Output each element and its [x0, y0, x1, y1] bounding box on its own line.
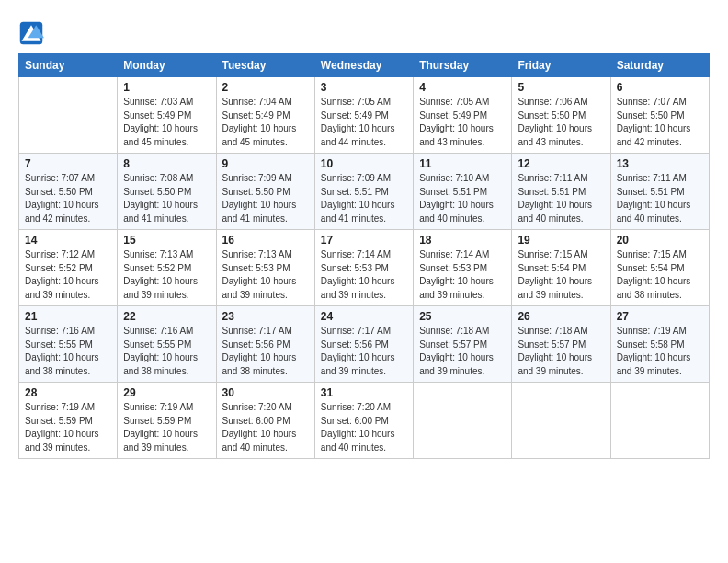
column-header-monday: Monday — [118, 54, 216, 77]
day-number: 3 — [321, 81, 407, 94]
day-number: 4 — [419, 81, 506, 94]
day-cell: 9Sunrise: 7:09 AM Sunset: 5:50 PM Daylig… — [216, 154, 314, 230]
day-number: 20 — [617, 234, 703, 247]
day-cell — [512, 383, 610, 459]
day-cell: 7Sunrise: 7:07 AM Sunset: 5:50 PM Daylig… — [19, 154, 118, 230]
day-number: 2 — [222, 81, 309, 94]
week-row-5: 28Sunrise: 7:19 AM Sunset: 5:59 PM Dayli… — [19, 383, 710, 459]
day-cell: 3Sunrise: 7:05 AM Sunset: 5:49 PM Daylig… — [314, 77, 413, 154]
day-cell: 15Sunrise: 7:13 AM Sunset: 5:52 PM Dayli… — [118, 230, 216, 306]
day-info: Sunrise: 7:17 AM Sunset: 5:56 PM Dayligh… — [321, 325, 407, 378]
day-number: 15 — [123, 234, 210, 247]
day-number: 14 — [25, 234, 111, 247]
day-cell: 21Sunrise: 7:16 AM Sunset: 5:55 PM Dayli… — [19, 306, 118, 383]
day-info: Sunrise: 7:17 AM Sunset: 5:56 PM Dayligh… — [222, 325, 309, 378]
day-cell: 8Sunrise: 7:08 AM Sunset: 5:50 PM Daylig… — [118, 154, 216, 230]
day-cell: 23Sunrise: 7:17 AM Sunset: 5:56 PM Dayli… — [216, 306, 314, 383]
day-cell — [19, 77, 118, 154]
day-info: Sunrise: 7:15 AM Sunset: 5:54 PM Dayligh… — [617, 248, 703, 302]
day-number: 16 — [222, 234, 309, 247]
day-number: 29 — [123, 386, 210, 399]
day-info: Sunrise: 7:05 AM Sunset: 5:49 PM Dayligh… — [321, 96, 407, 149]
day-cell: 24Sunrise: 7:17 AM Sunset: 5:56 PM Dayli… — [314, 306, 413, 383]
day-cell: 16Sunrise: 7:13 AM Sunset: 5:53 PM Dayli… — [216, 230, 314, 306]
day-cell — [414, 383, 512, 459]
week-row-2: 7Sunrise: 7:07 AM Sunset: 5:50 PM Daylig… — [19, 154, 710, 230]
day-number: 19 — [518, 234, 604, 247]
day-info: Sunrise: 7:19 AM Sunset: 5:58 PM Dayligh… — [617, 325, 703, 378]
day-cell: 17Sunrise: 7:14 AM Sunset: 5:53 PM Dayli… — [314, 230, 413, 306]
day-info: Sunrise: 7:15 AM Sunset: 5:54 PM Dayligh… — [518, 248, 604, 302]
day-number: 31 — [321, 386, 407, 399]
day-info: Sunrise: 7:13 AM Sunset: 5:53 PM Dayligh… — [222, 248, 309, 302]
day-number: 17 — [321, 234, 407, 247]
day-number: 25 — [419, 310, 506, 323]
day-number: 12 — [518, 157, 604, 170]
day-number: 9 — [222, 157, 309, 170]
day-cell: 30Sunrise: 7:20 AM Sunset: 6:00 PM Dayli… — [216, 383, 314, 459]
day-number: 11 — [419, 157, 506, 170]
day-info: Sunrise: 7:16 AM Sunset: 5:55 PM Dayligh… — [123, 325, 210, 378]
column-header-thursday: Thursday — [414, 54, 512, 77]
day-info: Sunrise: 7:14 AM Sunset: 5:53 PM Dayligh… — [419, 248, 506, 302]
day-info: Sunrise: 7:09 AM Sunset: 5:50 PM Dayligh… — [222, 172, 309, 225]
day-cell: 25Sunrise: 7:18 AM Sunset: 5:57 PM Dayli… — [414, 306, 512, 383]
day-cell: 28Sunrise: 7:19 AM Sunset: 5:59 PM Dayli… — [19, 383, 118, 459]
day-info: Sunrise: 7:10 AM Sunset: 5:51 PM Dayligh… — [419, 172, 506, 225]
day-cell: 12Sunrise: 7:11 AM Sunset: 5:51 PM Dayli… — [512, 154, 610, 230]
day-info: Sunrise: 7:18 AM Sunset: 5:57 PM Dayligh… — [419, 325, 506, 378]
day-number: 27 — [617, 310, 703, 323]
day-info: Sunrise: 7:19 AM Sunset: 5:59 PM Dayligh… — [123, 401, 210, 454]
day-info: Sunrise: 7:16 AM Sunset: 5:55 PM Dayligh… — [25, 325, 111, 378]
day-cell: 26Sunrise: 7:18 AM Sunset: 5:57 PM Dayli… — [512, 306, 610, 383]
header-row — [18, 17, 710, 46]
day-cell: 19Sunrise: 7:15 AM Sunset: 5:54 PM Dayli… — [512, 230, 610, 306]
day-number: 13 — [617, 157, 703, 170]
day-cell: 1Sunrise: 7:03 AM Sunset: 5:49 PM Daylig… — [118, 77, 216, 154]
day-info: Sunrise: 7:03 AM Sunset: 5:49 PM Dayligh… — [123, 96, 210, 149]
day-info: Sunrise: 7:19 AM Sunset: 5:59 PM Dayligh… — [25, 401, 111, 454]
day-number: 24 — [321, 310, 407, 323]
day-info: Sunrise: 7:18 AM Sunset: 5:57 PM Dayligh… — [518, 325, 604, 378]
day-number: 21 — [25, 310, 111, 323]
day-cell: 4Sunrise: 7:05 AM Sunset: 5:49 PM Daylig… — [414, 77, 512, 154]
day-number: 30 — [222, 386, 309, 399]
column-header-saturday: Saturday — [610, 54, 709, 77]
column-header-wednesday: Wednesday — [314, 54, 413, 77]
day-info: Sunrise: 7:07 AM Sunset: 5:50 PM Dayligh… — [25, 172, 111, 225]
day-cell: 22Sunrise: 7:16 AM Sunset: 5:55 PM Dayli… — [118, 306, 216, 383]
column-header-sunday: Sunday — [19, 54, 118, 77]
day-cell: 29Sunrise: 7:19 AM Sunset: 5:59 PM Dayli… — [118, 383, 216, 459]
day-cell: 11Sunrise: 7:10 AM Sunset: 5:51 PM Dayli… — [414, 154, 512, 230]
day-info: Sunrise: 7:04 AM Sunset: 5:49 PM Dayligh… — [222, 96, 309, 149]
calendar-container: SundayMondayTuesdayWednesdayThursdayFrid… — [0, 0, 728, 563]
week-row-4: 21Sunrise: 7:16 AM Sunset: 5:55 PM Dayli… — [19, 306, 710, 383]
day-number: 8 — [123, 157, 210, 170]
day-cell: 31Sunrise: 7:20 AM Sunset: 6:00 PM Dayli… — [314, 383, 413, 459]
day-info: Sunrise: 7:20 AM Sunset: 6:00 PM Dayligh… — [222, 401, 309, 454]
day-number: 6 — [617, 81, 703, 94]
day-cell: 13Sunrise: 7:11 AM Sunset: 5:51 PM Dayli… — [610, 154, 709, 230]
day-number: 18 — [419, 234, 506, 247]
day-number: 5 — [518, 81, 604, 94]
day-cell: 18Sunrise: 7:14 AM Sunset: 5:53 PM Dayli… — [414, 230, 512, 306]
week-row-1: 1Sunrise: 7:03 AM Sunset: 5:49 PM Daylig… — [19, 77, 710, 154]
day-number: 22 — [123, 310, 210, 323]
day-number: 1 — [123, 81, 210, 94]
day-cell: 27Sunrise: 7:19 AM Sunset: 5:58 PM Dayli… — [610, 306, 709, 383]
day-cell: 14Sunrise: 7:12 AM Sunset: 5:52 PM Dayli… — [19, 230, 118, 306]
calendar-table: SundayMondayTuesdayWednesdayThursdayFrid… — [18, 53, 710, 459]
day-info: Sunrise: 7:08 AM Sunset: 5:50 PM Dayligh… — [123, 172, 210, 225]
day-cell — [610, 383, 709, 459]
day-info: Sunrise: 7:20 AM Sunset: 6:00 PM Dayligh… — [321, 401, 407, 454]
column-headers-row: SundayMondayTuesdayWednesdayThursdayFrid… — [19, 54, 710, 77]
column-header-tuesday: Tuesday — [216, 54, 314, 77]
week-row-3: 14Sunrise: 7:12 AM Sunset: 5:52 PM Dayli… — [19, 230, 710, 306]
day-info: Sunrise: 7:13 AM Sunset: 5:52 PM Dayligh… — [123, 248, 210, 302]
day-number: 28 — [25, 386, 111, 399]
column-header-friday: Friday — [512, 54, 610, 77]
day-info: Sunrise: 7:12 AM Sunset: 5:52 PM Dayligh… — [25, 248, 111, 302]
day-number: 26 — [518, 310, 604, 323]
day-info: Sunrise: 7:05 AM Sunset: 5:49 PM Dayligh… — [419, 96, 506, 149]
day-cell: 6Sunrise: 7:07 AM Sunset: 5:50 PM Daylig… — [610, 77, 709, 154]
